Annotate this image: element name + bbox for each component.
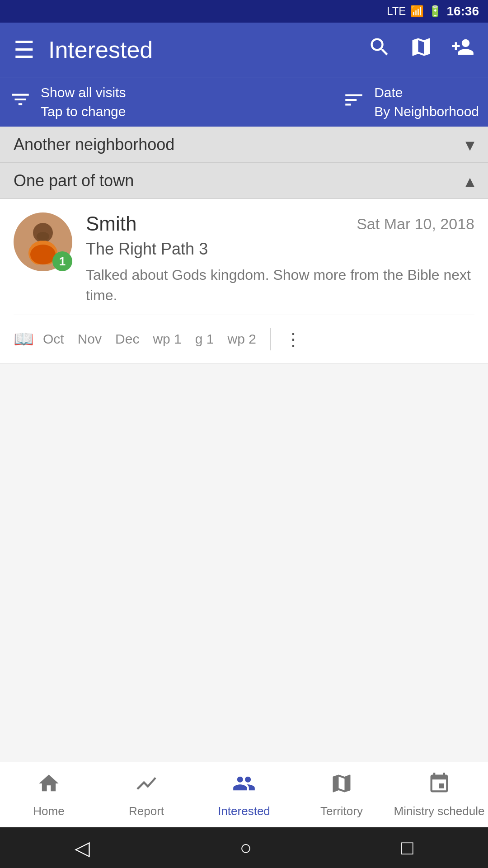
contact-info: Smith Sat Mar 10, 2018 The Right Path 3 …	[86, 212, 474, 306]
tag-oct[interactable]: Oct	[38, 330, 69, 349]
nav-label-interested: Interested	[218, 804, 270, 818]
nav-item-ministry-schedule[interactable]: Ministry schedule	[390, 762, 488, 827]
contact-notes: Talked about Gods kingdom. Show more fro…	[86, 265, 474, 306]
tag-g1[interactable]: g 1	[191, 330, 219, 349]
clock: 16:36	[446, 4, 479, 19]
back-button[interactable]: ◁	[75, 836, 90, 859]
chevron-down-icon-another: ▾	[465, 134, 474, 155]
tag-dec[interactable]: Dec	[111, 330, 144, 349]
chevron-up-icon-one: ▴	[465, 170, 474, 191]
contact-date: Sat Mar 10, 2018	[357, 215, 474, 233]
book-icon: 📖	[14, 330, 34, 349]
contact-address: The Right Path 3	[86, 240, 474, 259]
contact-badge: 1	[52, 251, 72, 271]
svg-point-3	[37, 232, 49, 241]
tag-wp2[interactable]: wp 2	[223, 330, 260, 349]
home-icon	[37, 772, 61, 801]
interested-icon	[232, 772, 256, 801]
map-icon[interactable]	[405, 31, 437, 69]
svg-point-2	[30, 245, 56, 264]
menu-icon[interactable]: ☰	[9, 32, 39, 68]
nav-item-home[interactable]: Home	[0, 762, 98, 827]
nav-item-interested[interactable]: Interested	[195, 762, 293, 827]
date-label: Date	[374, 83, 479, 102]
signal-icon: 📶	[410, 5, 424, 18]
contact-card-header: 1 Smith Sat Mar 10, 2018 The Right Path …	[14, 212, 474, 315]
empty-content-area	[0, 363, 488, 762]
tag-wp1[interactable]: wp 1	[148, 330, 186, 349]
nav-item-report[interactable]: Report	[98, 762, 195, 827]
sort-text: Date By Neighborhood	[374, 83, 479, 121]
sort-icon	[343, 89, 365, 116]
filter-right[interactable]: Date By Neighborhood	[343, 83, 479, 121]
system-nav: ◁ ○ □	[0, 827, 488, 868]
contact-card-smith: 1 Smith Sat Mar 10, 2018 The Right Path …	[0, 199, 488, 363]
contact-name-row: Smith Sat Mar 10, 2018	[86, 212, 474, 235]
recents-button[interactable]: □	[401, 836, 413, 859]
neighborhood-header-another[interactable]: Another neighborhood ▾	[0, 127, 488, 163]
neighborhood-header-one[interactable]: One part of town ▴	[0, 163, 488, 199]
neighborhood-name-another: Another neighborhood	[14, 135, 465, 154]
tags-divider	[270, 328, 271, 350]
nav-item-territory[interactable]: Territory	[293, 762, 390, 827]
tap-to-change-label: Tap to change	[41, 102, 126, 121]
by-neighborhood-label: By Neighborhood	[374, 102, 479, 121]
filter-icon	[9, 88, 32, 116]
status-bar: LTE 📶 🔋 16:36	[0, 0, 488, 23]
more-options-icon[interactable]: ⋮	[280, 324, 307, 354]
add-person-icon[interactable]	[446, 31, 479, 69]
tag-nov[interactable]: Nov	[73, 330, 106, 349]
report-icon	[135, 772, 158, 801]
filter-left[interactable]: Show all visits Tap to change	[9, 83, 343, 121]
network-icon: LTE	[387, 5, 406, 18]
bottom-nav: Home Report Interested Territory	[0, 762, 488, 827]
filter-text: Show all visits Tap to change	[41, 83, 126, 121]
avatar-container: 1	[14, 212, 72, 271]
show-all-visits-label: Show all visits	[41, 83, 126, 102]
nav-label-ministry-schedule: Ministry schedule	[394, 804, 485, 818]
nav-label-territory: Territory	[320, 804, 363, 818]
app-bar: ☰ Interested	[0, 23, 488, 77]
content-area: Another neighborhood ▾ One part of town …	[0, 127, 488, 762]
home-button[interactable]: ○	[239, 836, 252, 859]
app-title: Interested	[48, 36, 354, 63]
neighborhood-name-one: One part of town	[14, 171, 465, 190]
battery-icon: 🔋	[428, 5, 442, 18]
status-icons: LTE 📶 🔋 16:36	[387, 4, 479, 19]
tags-row: 📖 Oct Nov Dec wp 1 g 1 wp 2 ⋮	[14, 315, 474, 363]
nav-label-home: Home	[33, 804, 64, 818]
search-icon[interactable]	[363, 31, 396, 69]
filter-bar[interactable]: Show all visits Tap to change Date By Ne…	[0, 77, 488, 127]
territory-icon	[330, 772, 353, 801]
nav-label-report: Report	[129, 804, 164, 818]
ministry-schedule-icon	[427, 772, 451, 801]
contact-name: Smith	[86, 212, 136, 235]
